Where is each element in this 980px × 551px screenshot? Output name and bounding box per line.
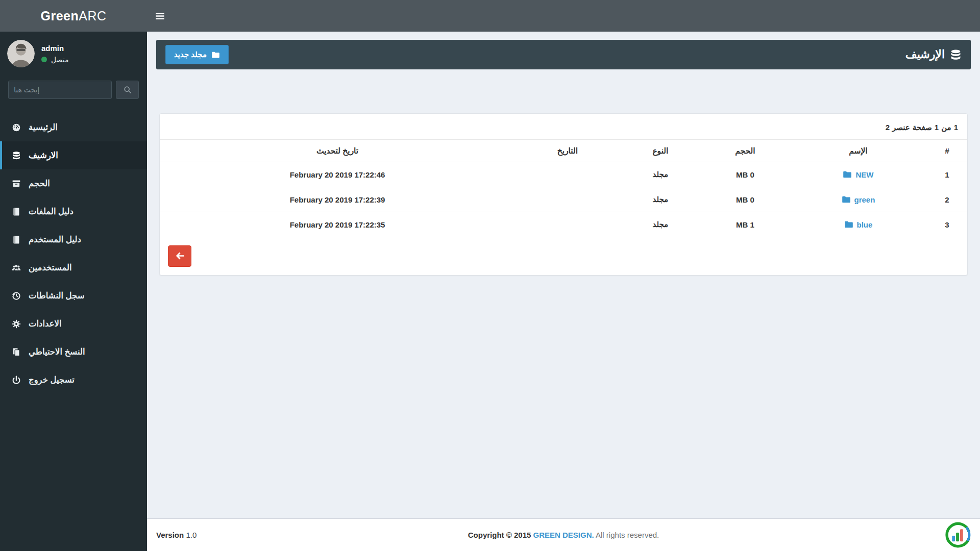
hamburger-icon — [156, 13, 164, 19]
sidebar-item-label: الاعدادات — [29, 319, 62, 329]
sidebar-item-activity-log[interactable]: سجل النشاطات — [0, 282, 147, 310]
greenarc-circle-logo — [945, 521, 972, 548]
sidebar-item-label: دليل الملفات — [29, 207, 74, 216]
column-header-updated[interactable]: تاريخ لتحديث — [160, 140, 515, 162]
folder-size: MB 0 — [701, 162, 790, 187]
logo-bold-text: Green — [40, 9, 79, 23]
user-status-label: متصل — [51, 56, 68, 64]
folder-name: green — [854, 195, 875, 204]
column-header-type[interactable]: النوع — [620, 140, 701, 162]
folder-date — [515, 162, 620, 187]
folder-updated: February 20 2019 17:22:46 — [160, 162, 515, 187]
copyright-text: Copyright © 2015 — [468, 531, 531, 539]
sidebar-item-label: تسجيل خروج — [29, 375, 75, 385]
power-icon — [11, 375, 21, 385]
book-icon — [11, 235, 21, 244]
arrow-left-icon — [175, 251, 185, 261]
new-folder-button-label: مجلد جديد — [174, 50, 207, 59]
archive-box-icon — [11, 179, 21, 188]
column-header-date[interactable]: التاريخ — [515, 140, 620, 162]
folder-icon — [844, 220, 853, 229]
database-icon — [11, 151, 21, 160]
folder-icon — [843, 170, 852, 179]
sidebar-item-size[interactable]: الحجم — [0, 169, 147, 197]
sidebar-item-label: الرئيسية — [29, 122, 58, 132]
sidebar-item-label: الارشيف — [29, 151, 58, 160]
table-header-row: # الإسم الحجم النوع التاريخ تاريخ لتحديث — [160, 140, 967, 162]
table-row: 1 NEW MB 0 مجلد February 20 2019 17:22:4… — [160, 162, 967, 187]
search-input[interactable] — [8, 81, 112, 99]
database-icon — [950, 49, 962, 61]
app-logo: GreenARC — [0, 0, 147, 32]
sidebar-toggle-button[interactable] — [147, 0, 173, 32]
folder-type: مجلد — [620, 187, 701, 212]
column-header-size[interactable]: الحجم — [701, 140, 790, 162]
user-meta: admin متصل — [41, 44, 68, 64]
avatar[interactable] — [7, 40, 35, 67]
sidebar-item-files-guide[interactable]: دليل الملفات — [0, 197, 147, 226]
online-dot — [41, 57, 47, 62]
logo-light-text: ARC — [79, 9, 106, 23]
search-button[interactable] — [116, 81, 139, 99]
page-title-label: الإرشيف — [905, 48, 945, 61]
folder-size: MB 1 — [701, 212, 790, 237]
gear-icon — [11, 319, 21, 329]
footer-copyright: Copyright © 2015 GREEN DESIGN. All right… — [147, 531, 980, 539]
row-number: 3 — [927, 212, 967, 237]
folder-name: blue — [857, 220, 873, 229]
row-number: 1 — [927, 162, 967, 187]
sidebar-item-label: دليل المستخدم — [29, 235, 81, 244]
users-icon — [11, 263, 21, 272]
main-area: الإرشيف مجلد جديد 2عنصرصفحة1من1 — [147, 0, 980, 551]
folder-type: مجلد — [620, 162, 701, 187]
folder-date — [515, 212, 620, 237]
folder-size: MB 0 — [701, 187, 790, 212]
table-row: 3 blue MB 1 مجلد February 20 2019 17:22:… — [160, 212, 967, 237]
folder-icon — [842, 195, 851, 204]
folder-link[interactable]: green — [842, 195, 875, 204]
sidebar-item-label: المستخدمين — [29, 263, 72, 272]
column-header-number[interactable]: # — [927, 140, 967, 162]
page-header-bar: الإرشيف مجلد جديد — [156, 40, 971, 69]
folder-link[interactable]: blue — [844, 220, 873, 229]
archive-table-card: 2عنصرصفحة1من1 # الإسم الحجم النوع التاري… — [159, 113, 968, 276]
sidebar: GreenARC admin — [0, 0, 147, 551]
sidebar-item-label: الحجم — [29, 179, 50, 188]
footer: Version 1.0 Copyright © 2015 GREEN DESIG… — [147, 518, 980, 551]
row-number: 2 — [927, 187, 967, 212]
column-header-name[interactable]: الإسم — [790, 140, 927, 162]
folder-name: NEW — [855, 170, 873, 179]
sidebar-item-archive[interactable]: الارشيف — [0, 141, 147, 169]
book-icon — [11, 207, 21, 216]
user-status: متصل — [41, 56, 68, 64]
content-area: الإرشيف مجلد جديد 2عنصرصفحة1من1 — [147, 32, 980, 518]
version-label: Version — [156, 531, 184, 539]
new-folder-button[interactable]: مجلد جديد — [165, 45, 229, 64]
search-icon — [124, 86, 132, 94]
folder-updated: February 20 2019 17:22:39 — [160, 187, 515, 212]
back-button[interactable] — [168, 245, 191, 267]
user-name: admin — [41, 44, 68, 53]
brand-link[interactable]: GREEN DESIGN. — [533, 531, 594, 539]
dashboard-icon — [11, 122, 21, 132]
folder-icon — [211, 51, 220, 59]
footer-version: Version 1.0 — [156, 531, 197, 539]
sidebar-item-label: النسخ الاحتياطي — [29, 347, 85, 357]
sidebar-item-home[interactable]: الرئيسية — [0, 113, 147, 141]
user-panel: admin متصل — [0, 32, 147, 70]
sidebar-item-logout[interactable]: تسجيل خروج — [0, 366, 147, 394]
sidebar-item-backup[interactable]: النسخ الاحتياطي — [0, 338, 147, 366]
sidebar-item-users[interactable]: المستخدمين — [0, 254, 147, 282]
folder-updated: February 20 2019 17:22:35 — [160, 212, 515, 237]
history-icon — [11, 291, 21, 300]
sidebar-menu: الرئيسية الارشيف — [0, 113, 147, 394]
sidebar-item-label: سجل النشاطات — [29, 291, 85, 300]
sidebar-item-settings[interactable]: الاعدادات — [0, 310, 147, 338]
sidebar-item-user-guide[interactable]: دليل المستخدم — [0, 226, 147, 254]
copy-icon — [11, 347, 21, 357]
table-row: 2 green MB 0 مجلد February 20 2019 17:22… — [160, 187, 967, 212]
table-info: 2عنصرصفحة1من1 — [160, 114, 967, 139]
folder-date — [515, 187, 620, 212]
rights-text: All rights reserved. — [596, 531, 659, 539]
folder-link[interactable]: NEW — [843, 170, 873, 179]
